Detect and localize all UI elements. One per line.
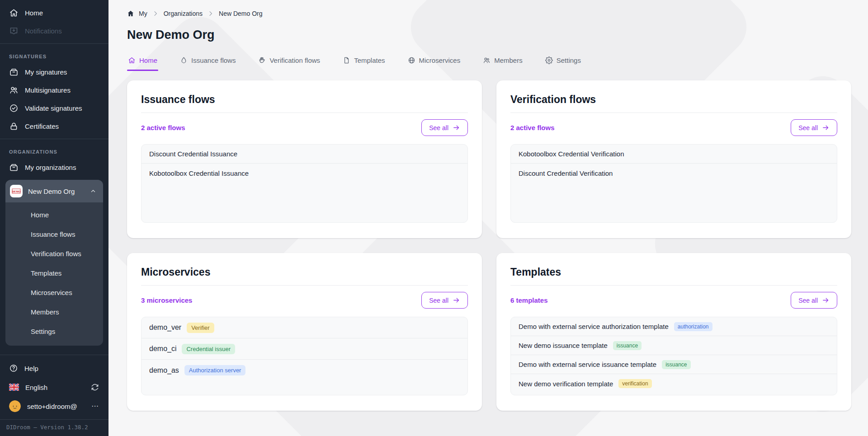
question-circle-icon: [9, 364, 18, 373]
see-all-button[interactable]: See all: [421, 292, 468, 309]
sidebar-item-label: Home: [25, 9, 43, 17]
archive-box-icon: [9, 163, 19, 172]
card-title: Issuance flows: [141, 94, 468, 106]
sidebar-section-organizations: ORGANIZATIONS: [0, 143, 108, 158]
sidebar-item-label: Notifications: [25, 27, 62, 35]
sidebar-item-home[interactable]: Home: [0, 4, 108, 22]
list-item[interactable]: Demo with external service issuance temp…: [511, 355, 837, 374]
org-subitem-verification-flows[interactable]: Verification flows: [5, 244, 103, 263]
archive-box-icon: [9, 67, 19, 77]
sidebar-item-label: Multisignatures: [25, 86, 71, 94]
sidebar-item-label: My organizations: [25, 164, 76, 171]
sidebar-section-signatures: SIGNATURES: [0, 47, 108, 63]
type-badge: authorization: [674, 322, 712, 331]
sidebar-item-label: Validate signatures: [25, 104, 82, 112]
see-all-button[interactable]: See all: [421, 119, 468, 136]
sidebar-item-certificates[interactable]: Certificates: [0, 117, 108, 135]
templates-list: Demo with external service authorization…: [510, 317, 837, 395]
language-selector[interactable]: English: [0, 378, 108, 397]
issuance-flows-list: Discount Credential Issuance Kobotoolbox…: [141, 144, 468, 223]
sidebar-item-label: Certificates: [25, 122, 59, 130]
type-badge: issuance: [662, 360, 690, 369]
org-subitem-microservices[interactable]: Microservices: [5, 283, 103, 302]
card-title: Templates: [510, 266, 837, 278]
breadcrumb-my[interactable]: My: [139, 10, 147, 17]
org-subitem-templates[interactable]: Templates: [5, 263, 103, 283]
org-logo: DEMO: [10, 185, 23, 197]
org-panel-header[interactable]: DEMO New Demo Org: [5, 180, 103, 202]
card-issuance-flows: Issuance flows 2 active flows See all Di…: [127, 80, 482, 238]
breadcrumb-organizations[interactable]: Organizations: [164, 10, 203, 17]
cards-grid: Issuance flows 2 active flows See all Di…: [127, 80, 851, 411]
list-item[interactable]: Kobotoolbox Credential Issuance: [142, 164, 467, 183]
tab-members[interactable]: Members: [482, 56, 524, 71]
sidebar-item-validate-signatures[interactable]: Validate signatures: [0, 99, 108, 117]
sidebar-item-my-signatures[interactable]: My signatures: [0, 63, 108, 81]
breadcrumb-current: New Demo Org: [219, 10, 262, 17]
list-item[interactable]: demo_as Authorization server: [142, 360, 467, 381]
type-badge: verification: [618, 379, 651, 388]
sidebar-divider: [0, 139, 108, 139]
demo-logo-icon: DEMO: [10, 185, 22, 197]
avatar: [9, 400, 21, 412]
microservices-count: 3 microservices: [141, 296, 192, 304]
card-title: Verification flows: [510, 94, 837, 106]
user-email: setto+didroom@: [27, 403, 85, 410]
ellipsis-icon[interactable]: ⋯: [91, 403, 99, 410]
sidebar-divider: [0, 355, 108, 355]
org-subitem-home[interactable]: Home: [5, 205, 103, 225]
org-subitem-settings[interactable]: Settings: [5, 322, 103, 341]
house-icon: [9, 8, 19, 18]
arrow-right-icon: [822, 296, 830, 304]
tab-templates[interactable]: Templates: [342, 56, 386, 71]
active-flows-count: 2 active flows: [510, 124, 555, 131]
templates-count: 6 templates: [510, 296, 548, 304]
list-item[interactable]: Kobotoolbox Credential Verification: [511, 145, 837, 164]
breadcrumb: My Organizations New Demo Org: [127, 0, 851, 17]
list-item[interactable]: demo_ci Credential issuer: [142, 338, 467, 360]
org-subitem-issuance-flows[interactable]: Issuance flows: [5, 225, 103, 244]
sidebar-item-notifications[interactable]: Notifications: [0, 22, 108, 40]
refresh-icon[interactable]: [90, 383, 99, 392]
see-all-button[interactable]: See all: [791, 292, 837, 309]
list-item[interactable]: Discount Credential Issuance: [142, 145, 467, 164]
sidebar-item-multisignatures[interactable]: Multisignatures: [0, 81, 108, 99]
list-item[interactable]: New demo issuance template issuance: [511, 336, 837, 355]
org-subitem-members[interactable]: Members: [5, 302, 103, 322]
svg-text:DEMO: DEMO: [12, 190, 20, 193]
user-menu[interactable]: setto+didroom@ ⋯: [0, 397, 108, 416]
chevron-up-icon[interactable]: [90, 188, 97, 195]
raised-hand-icon: [258, 56, 266, 64]
tab-home[interactable]: Home: [127, 56, 158, 71]
gear-icon: [545, 56, 553, 64]
users-icon: [9, 85, 19, 95]
list-item[interactable]: New demo verification template verificat…: [511, 374, 837, 393]
home-icon[interactable]: [127, 10, 134, 17]
sidebar-item-label: My signatures: [25, 68, 67, 76]
card-verification-flows: Verification flows 2 active flows See al…: [496, 80, 851, 238]
list-item[interactable]: demo_ver Verifier: [142, 317, 467, 338]
document-icon: [343, 56, 350, 64]
tab-issuance-flows[interactable]: Issuance flows: [179, 56, 236, 71]
uk-flag-icon: [9, 384, 19, 391]
sidebar-item-my-organizations[interactable]: My organizations: [0, 158, 108, 176]
lock-icon: [9, 122, 19, 131]
tab-verification-flows[interactable]: Verification flows: [257, 56, 321, 71]
status-badge: Authorization server: [184, 365, 246, 375]
card-divider: [510, 113, 837, 113]
globe-icon: [408, 56, 415, 64]
active-tab-underline: [127, 70, 158, 71]
list-item[interactable]: Discount Credential Verification: [511, 164, 837, 183]
arrow-right-icon: [453, 124, 460, 131]
sidebar-divider: [0, 43, 108, 44]
droplet-icon: [180, 56, 188, 64]
list-item[interactable]: Demo with external service authorization…: [511, 317, 837, 336]
tab-microservices[interactable]: Microservices: [407, 56, 462, 71]
page-title: New Demo Org: [127, 28, 851, 42]
see-all-button[interactable]: See all: [791, 119, 837, 136]
chevron-right-icon: [152, 10, 159, 17]
main-content: My Organizations New Demo Org New Demo O…: [108, 0, 868, 436]
help-button[interactable]: Help: [0, 359, 108, 378]
active-flows-count: 2 active flows: [141, 124, 185, 131]
tab-settings[interactable]: Settings: [544, 56, 582, 71]
